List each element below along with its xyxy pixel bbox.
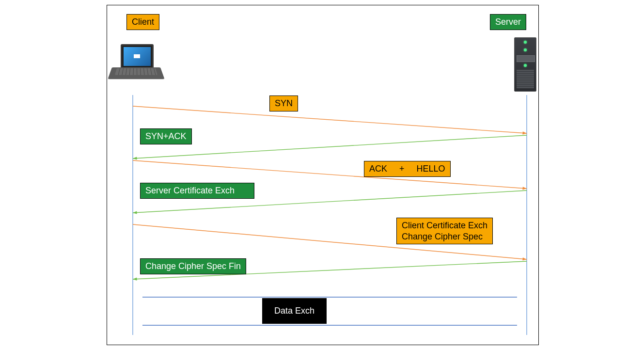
- svg-marker-9: [133, 211, 137, 214]
- server-label: Server: [490, 14, 526, 30]
- svg-marker-13: [133, 278, 137, 281]
- svg-line-4: [133, 135, 527, 159]
- diagram-frame: Client Server SYN SYN+ACK ACK + HELLO Se…: [107, 5, 539, 345]
- msg-ack-hello: ACK + HELLO: [364, 161, 451, 177]
- svg-marker-3: [522, 131, 527, 134]
- client-label: Client: [126, 14, 159, 30]
- svg-marker-11: [522, 257, 527, 260]
- sequence-svg: [107, 5, 538, 345]
- server-rack-icon: [514, 37, 536, 92]
- laptop-icon: [112, 44, 160, 88]
- msg-server-cert: Server Certificate Exch: [140, 183, 254, 199]
- msg-ccs-fin: Change Cipher Spec Fin: [140, 258, 246, 274]
- msg-syn: SYN: [269, 95, 298, 111]
- svg-line-2: [133, 106, 527, 133]
- msg-data-exch: Data Exch: [262, 298, 327, 324]
- svg-marker-7: [522, 187, 527, 190]
- msg-client-cert: Client Certificate Exch Change Cipher Sp…: [396, 218, 493, 244]
- page: Client Server SYN SYN+ACK ACK + HELLO Se…: [0, 0, 644, 349]
- msg-synack: SYN+ACK: [140, 128, 192, 144]
- svg-marker-5: [133, 157, 137, 159]
